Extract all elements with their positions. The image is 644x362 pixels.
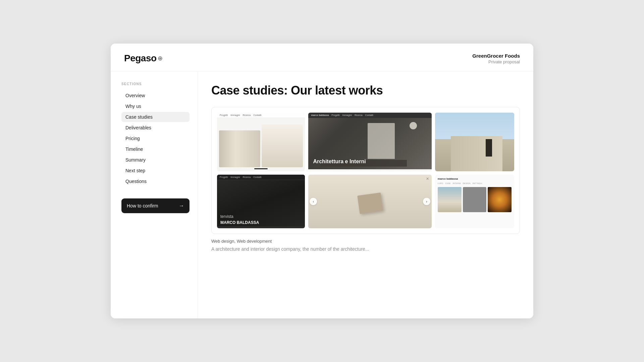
header: Pegaso⊕ GreenGrocer Foods Private propos… bbox=[111, 44, 533, 71]
sidebar-item-case-studies[interactable]: Case studies bbox=[121, 112, 190, 122]
sidebar-item-overview[interactable]: Overview bbox=[121, 90, 190, 101]
case-studies-gallery: Progetti Immagini Ricerca Contatti bbox=[211, 107, 520, 234]
building-body bbox=[451, 136, 502, 171]
nav-list: Overview Why us Case studies Deliverable… bbox=[121, 90, 190, 186]
description: A architecture and interior design compa… bbox=[211, 246, 520, 253]
sidebar-item-pricing[interactable]: Pricing bbox=[121, 133, 190, 143]
window-slit bbox=[486, 139, 492, 157]
gallery-card-5[interactable]: ✕ ‹ › bbox=[308, 175, 431, 228]
body: SECTIONS Overview Why us Case studies De… bbox=[111, 71, 533, 318]
close-icon[interactable]: ✕ bbox=[426, 177, 429, 181]
card1-photo-left bbox=[219, 130, 260, 167]
scroll-indicator bbox=[254, 168, 268, 169]
sidebar-item-questions[interactable]: Questions bbox=[121, 176, 190, 186]
building-img bbox=[435, 113, 514, 171]
card3-photo bbox=[435, 113, 514, 171]
gallery-card-4[interactable]: Progetti Immagini Ricerca Contatti MARCO… bbox=[217, 175, 305, 228]
sidebar-item-timeline[interactable]: Timeline bbox=[121, 144, 190, 154]
thumb2 bbox=[463, 187, 487, 212]
thumb3 bbox=[488, 187, 512, 212]
logo-plus: ⊕ bbox=[158, 55, 163, 62]
thumb1 bbox=[438, 187, 462, 212]
logo-text: Pegaso bbox=[124, 53, 157, 64]
sections-label: SECTIONS bbox=[121, 82, 190, 86]
sidebar-item-summary[interactable]: Summary bbox=[121, 155, 190, 165]
sculpt-block bbox=[357, 192, 383, 214]
how-to-confirm-label: How to confirm bbox=[127, 203, 158, 208]
header-right: GreenGrocer Foods Private proposal bbox=[472, 53, 520, 64]
tag-line: Web design, Web development bbox=[211, 239, 520, 244]
card1-photos bbox=[217, 118, 305, 169]
card4-nav: Progetti Immagini Ricerca Contatti bbox=[217, 175, 305, 180]
stair-img bbox=[262, 124, 303, 167]
how-to-confirm-button[interactable]: How to confirm → bbox=[121, 198, 190, 213]
arrow-icon: → bbox=[179, 203, 184, 209]
card1-nav: Progetti Immagini Ricerca Contatti bbox=[217, 113, 305, 118]
arch-door bbox=[368, 123, 395, 159]
logo: Pegaso⊕ bbox=[124, 53, 162, 64]
intervista-label: tervista bbox=[220, 214, 233, 219]
gallery-card-3[interactable] bbox=[435, 113, 514, 171]
app-window: Pegaso⊕ GreenGrocer Foods Private propos… bbox=[111, 44, 533, 318]
sidebar-item-next-step[interactable]: Next step bbox=[121, 166, 190, 176]
main-content: Case studies: Our latest works Progetti … bbox=[198, 71, 533, 318]
card2-nav: marco baldassa Progetti Immagini Ricerca… bbox=[308, 113, 431, 118]
arch-title: Architettura e Interni bbox=[313, 158, 366, 165]
gallery-top-row: Progetti Immagini Ricerca Contatti bbox=[217, 113, 514, 171]
arch-lamp bbox=[410, 122, 417, 129]
corridor-img bbox=[219, 130, 260, 167]
sidebar-item-why-us[interactable]: Why us bbox=[121, 101, 190, 111]
sidebar-item-deliverables[interactable]: Deliverables bbox=[121, 123, 190, 133]
sidebar: SECTIONS Overview Why us Case studies De… bbox=[111, 71, 198, 318]
card6-thumbnails bbox=[438, 187, 512, 212]
gallery-card-1[interactable]: Progetti Immagini Ricerca Contatti bbox=[217, 113, 305, 171]
gallery-card-2[interactable]: marco baldassa Progetti Immagini Ricerca… bbox=[308, 113, 431, 171]
gallery-card-6[interactable]: marco baldassa LUPO CASE INTERNI DESIGN … bbox=[435, 175, 514, 228]
card4-label: MARCO BALDASSA bbox=[220, 220, 259, 225]
company-name: GreenGrocer Foods bbox=[472, 53, 520, 59]
sculpt-photo bbox=[308, 175, 431, 228]
dark-bg: MARCO BALDASSA bbox=[217, 180, 305, 226]
prev-arrow[interactable]: ‹ bbox=[310, 198, 317, 205]
page-title: Case studies: Our latest works bbox=[211, 83, 520, 98]
card6-nav: LUPO CASE INTERNI DESIGN DETTAGLI bbox=[438, 182, 512, 184]
gallery-bottom-row: Progetti Immagini Ricerca Contatti MARCO… bbox=[217, 175, 514, 228]
proposal-type: Private proposal bbox=[472, 59, 520, 64]
card6-title: marco baldassa bbox=[438, 177, 512, 180]
sky bbox=[435, 113, 514, 139]
card1-photo-right bbox=[262, 124, 303, 167]
